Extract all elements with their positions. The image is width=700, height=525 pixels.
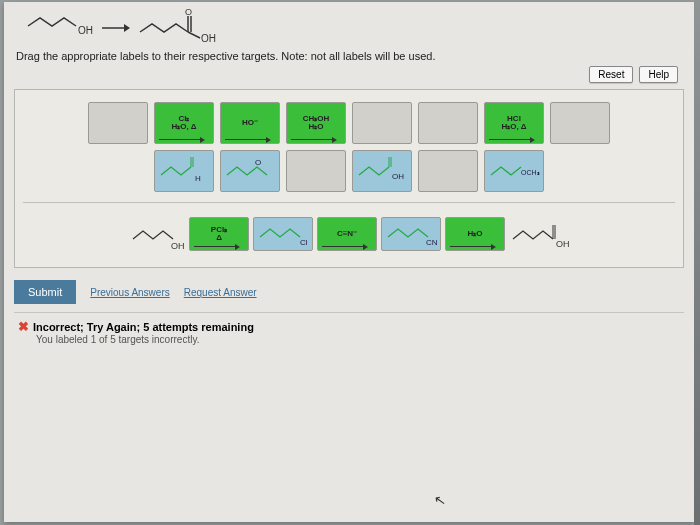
request-answer-link[interactable]: Request Answer [184, 287, 257, 298]
svg-text:OCH₃: OCH₃ [521, 169, 540, 176]
drop-slot[interactable] [550, 102, 610, 144]
arrow-icon [100, 10, 130, 46]
reagent-row-1: Cl₂H₂O, Δ HO⁻ CH₃OHH₂O HClH₂O, Δ [23, 102, 675, 144]
placed-structure-chloride[interactable]: Cl [253, 217, 313, 251]
placed-structure-nitrile[interactable]: CN [381, 217, 441, 251]
svg-text:O: O [185, 8, 192, 17]
structure-tile-ether[interactable]: O [220, 150, 280, 192]
svg-text:OH: OH [78, 25, 93, 36]
product-structure: O OH [136, 8, 226, 48]
synthesis-row: OH PCl₃Δ Cl C≡N⁻ CN H₂O OH [23, 213, 675, 255]
placed-reagent-h2o[interactable]: H₂O [445, 217, 505, 251]
drop-slot[interactable] [352, 102, 412, 144]
panel-divider [23, 202, 675, 203]
svg-text:OH: OH [392, 172, 404, 181]
svg-line-6 [188, 32, 200, 38]
structure-tile-acid[interactable]: OH [352, 150, 412, 192]
svg-text:OH: OH [556, 239, 569, 249]
drop-slot[interactable] [286, 150, 346, 192]
structure-tile-aldehyde[interactable]: H [154, 150, 214, 192]
placed-reagent-pcl3[interactable]: PCl₃Δ [189, 217, 249, 251]
reactant-structure: OH [24, 10, 94, 46]
svg-text:H: H [195, 174, 201, 183]
reagent-tile-ch3oh[interactable]: CH₃OHH₂O [286, 102, 346, 144]
drop-slot[interactable] [418, 102, 478, 144]
reagent-tile-ho[interactable]: HO⁻ [220, 102, 280, 144]
structure-row: H O OH OCH₃ [23, 150, 675, 192]
incorrect-icon: ✖ [18, 319, 29, 334]
feedback-title: Incorrect; Try Again; 5 attempts remaini… [33, 321, 254, 333]
svg-text:OH: OH [171, 241, 185, 251]
svg-text:CN: CN [426, 238, 438, 247]
drop-slot[interactable] [418, 150, 478, 192]
svg-text:Cl: Cl [300, 238, 308, 247]
reagent-tile-hcl[interactable]: HClH₂O, Δ [484, 102, 544, 144]
help-button[interactable]: Help [639, 66, 678, 83]
placed-reagent-cn[interactable]: C≡N⁻ [317, 217, 377, 251]
end-acid: OH [509, 213, 569, 255]
right-bezel [694, 0, 700, 525]
feedback-box: ✖Incorrect; Try Again; 5 attempts remain… [14, 312, 684, 351]
svg-text:OH: OH [201, 33, 216, 44]
submit-button[interactable]: Submit [14, 280, 76, 304]
reagent-tile-cl2[interactable]: Cl₂H₂O, Δ [154, 102, 214, 144]
drop-slot[interactable] [88, 102, 148, 144]
instruction-text: Drag the appropriate labels to their res… [16, 50, 684, 62]
previous-answers-link[interactable]: Previous Answers [90, 287, 169, 298]
reset-button[interactable]: Reset [589, 66, 633, 83]
structure-tile-methylether[interactable]: OCH₃ [484, 150, 544, 192]
reaction-header: OH O OH [14, 8, 684, 48]
drag-panel: Cl₂H₂O, Δ HO⁻ CH₃OHH₂O HClH₂O, Δ H [14, 89, 684, 268]
svg-text:O: O [255, 158, 261, 167]
start-alcohol: OH [129, 213, 185, 255]
cursor-icon: ↖ [433, 491, 448, 509]
svg-marker-2 [124, 24, 130, 32]
feedback-subtext: You labeled 1 of 5 targets incorrectly. [36, 334, 680, 345]
